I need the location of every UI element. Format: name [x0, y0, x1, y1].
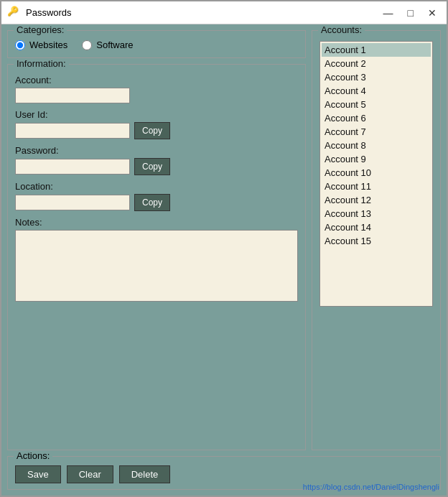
radio-software-input[interactable]: [82, 40, 92, 50]
password-row: Copy: [15, 158, 298, 175]
list-item[interactable]: Account 9: [322, 152, 431, 166]
list-item[interactable]: Account 11: [322, 180, 431, 193]
main-content: Categories: Websites Software Informatio…: [1, 24, 447, 456]
location-label: Location:: [15, 181, 298, 192]
radio-websites[interactable]: Websites: [15, 40, 67, 50]
userid-label: User Id:: [15, 109, 298, 120]
action-buttons: Save Clear Delete: [15, 463, 433, 483]
list-item[interactable]: Account 6: [322, 111, 431, 125]
account-group: Account:: [15, 75, 298, 103]
account-label: Account:: [15, 75, 298, 85]
userid-group: User Id: Copy: [15, 109, 298, 139]
list-item[interactable]: Account 15: [322, 234, 431, 248]
delete-button[interactable]: Delete: [119, 465, 171, 483]
account-input[interactable]: [15, 88, 130, 103]
app-icon: 🔑: [7, 6, 22, 20]
list-item[interactable]: Account 10: [322, 166, 431, 180]
userid-row: Copy: [15, 122, 298, 139]
accounts-list[interactable]: Account 1Account 2Account 3Account 4Acco…: [319, 41, 433, 307]
actions-legend: Actions:: [14, 450, 52, 461]
information-fieldset: Information: Account: User Id: Copy: [7, 64, 306, 450]
notes-input[interactable]: [15, 230, 298, 302]
userid-input[interactable]: [15, 123, 130, 139]
title-bar-left: 🔑 Passwords: [7, 6, 72, 20]
clear-button[interactable]: Clear: [67, 465, 113, 483]
list-item[interactable]: Account 13: [322, 207, 431, 220]
list-item[interactable]: Account 3: [322, 70, 431, 84]
list-item[interactable]: Account 5: [322, 98, 431, 111]
location-copy-button[interactable]: Copy: [134, 194, 170, 211]
title-controls: — □ ✕: [379, 6, 441, 20]
notes-label: Notes:: [15, 217, 298, 228]
list-item[interactable]: Account 1: [322, 43, 431, 57]
radio-websites-label: Websites: [29, 40, 67, 50]
minimize-button[interactable]: —: [379, 6, 398, 20]
main-window: 🔑 Passwords — □ ✕ Categories: Websites: [0, 0, 448, 497]
left-panel: Categories: Websites Software Informatio…: [7, 30, 306, 450]
account-row: [15, 88, 298, 103]
password-input[interactable]: [15, 159, 130, 175]
location-group: Location: Copy: [15, 181, 298, 211]
window-title: Passwords: [26, 7, 72, 18]
accounts-legend: Accounts:: [318, 24, 365, 35]
password-label: Password:: [15, 145, 298, 156]
userid-copy-button[interactable]: Copy: [134, 122, 170, 139]
title-bar: 🔑 Passwords — □ ✕: [1, 1, 447, 24]
watermark: https://blog.csdn.net/DanielDingshengli: [303, 483, 439, 491]
accounts-fieldset: Accounts: Account 1Account 2Account 3Acc…: [312, 30, 441, 450]
maximize-button[interactable]: □: [403, 6, 418, 20]
information-legend: Information:: [14, 58, 69, 69]
list-item[interactable]: Account 4: [322, 84, 431, 98]
right-panel: Accounts: Account 1Account 2Account 3Acc…: [312, 30, 441, 450]
location-input[interactable]: [15, 195, 130, 210]
location-row: Copy: [15, 194, 298, 211]
password-group: Password: Copy: [15, 145, 298, 175]
categories-fieldset: Categories: Websites Software: [7, 30, 306, 58]
categories-legend: Categories:: [14, 24, 67, 35]
close-button[interactable]: ✕: [424, 6, 441, 20]
list-item[interactable]: Account 2: [322, 57, 431, 70]
radio-websites-input[interactable]: [15, 40, 25, 50]
list-item[interactable]: Account 12: [322, 193, 431, 207]
list-item[interactable]: Account 8: [322, 139, 431, 152]
list-item[interactable]: Account 7: [322, 125, 431, 139]
save-button[interactable]: Save: [15, 465, 61, 483]
password-copy-button[interactable]: Copy: [134, 158, 170, 175]
notes-group: Notes:: [15, 217, 298, 304]
list-item[interactable]: Account 14: [322, 220, 431, 234]
categories-radio-group: Websites Software: [15, 40, 298, 50]
radio-software[interactable]: Software: [82, 40, 133, 50]
radio-software-label: Software: [96, 40, 133, 50]
